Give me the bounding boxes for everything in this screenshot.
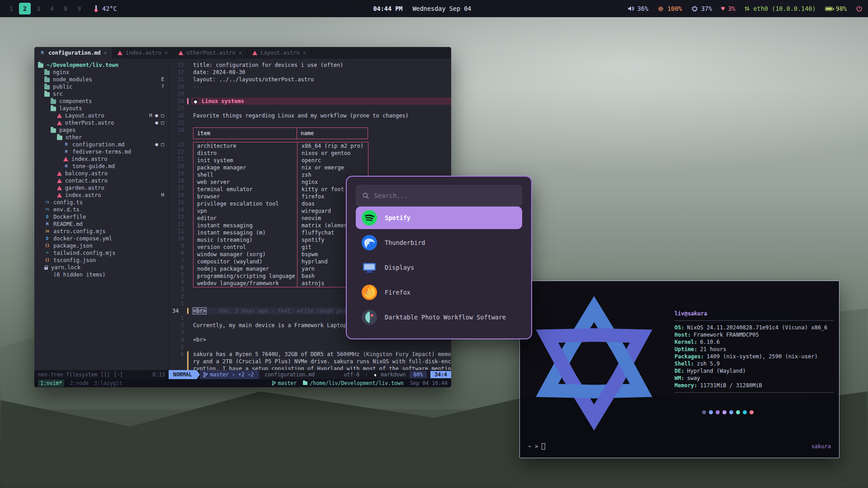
file-tree-item[interactable]: src	[34, 90, 168, 98]
workspace-button[interactable]: 2	[19, 3, 31, 14]
file-icon	[44, 78, 50, 82]
file-tree-item[interactable]: Layout.astro H ● □	[34, 112, 168, 119]
file-tree-item[interactable]: Dockerfile	[34, 213, 168, 221]
line-number: 26	[169, 112, 186, 119]
table-row: architecture x86_64 (rip m2 pro)	[193, 142, 368, 150]
file-tree-item[interactable]: README.md	[34, 221, 168, 228]
file-tree-item[interactable]: public ?	[34, 83, 168, 90]
file-tree-item[interactable]: layouts	[34, 105, 168, 112]
file-tree-item[interactable]: tone-guide.md	[34, 163, 168, 170]
volume-icon	[627, 5, 634, 12]
file-tree-item[interactable]: package.json	[34, 242, 168, 249]
palette-dot	[736, 410, 740, 414]
file-tree-item[interactable]: (6 hidden items)	[34, 271, 168, 278]
battery-module[interactable]: 98%	[825, 5, 847, 12]
close-icon[interactable]: ×	[165, 49, 168, 56]
file-tree-item[interactable]: otherPost.astro ● □	[34, 119, 168, 127]
editor-line[interactable]: ---	[191, 83, 451, 90]
cpu-module[interactable]: 100%	[657, 5, 682, 12]
close-icon[interactable]: ×	[239, 49, 242, 56]
editor-line[interactable]: Linux systems	[191, 98, 451, 105]
git-status-badge: E	[161, 76, 164, 83]
buffer-tab[interactable]: otherPost.astro ×	[174, 47, 248, 59]
file-tree-item[interactable]: tsconfig.json	[34, 257, 168, 264]
editor-line[interactable]: Favorite things regarding Linux and my w…	[191, 112, 451, 119]
sensor-module[interactable]: ♥ 3%	[721, 5, 735, 12]
tmux-window-label[interactable]: 3:lazygit	[94, 380, 122, 387]
temperature-module[interactable]: 42°C	[93, 5, 117, 12]
table-row: programming/scripting language bash	[193, 272, 368, 280]
file-icon	[63, 164, 69, 169]
table-row: editor neovim	[193, 215, 368, 222]
file-tree-item[interactable]: astro.config.mjs	[34, 228, 168, 235]
file-name: index.astro	[65, 192, 101, 199]
buffer-tab[interactable]: configuration.md ×	[34, 47, 113, 59]
close-icon[interactable]: ×	[104, 49, 107, 56]
workspace-button[interactable]: 8	[60, 3, 71, 14]
workspace-button[interactable]: 1	[5, 3, 17, 14]
file-tree-item[interactable]: fediverse-terms.md	[34, 148, 168, 155]
tmux-window-label[interactable]: 2:node	[70, 380, 89, 387]
editor-line[interactable]: date: 2024-08-30	[191, 69, 451, 76]
file-tree-item[interactable]: balcony.astro	[34, 170, 168, 177]
volume-module[interactable]: 36%	[627, 5, 648, 12]
search-icon	[362, 192, 369, 199]
clock-module[interactable]: 04:44 PM Wednesday Sep 04	[373, 0, 471, 17]
file-tree-item[interactable]: index.astro H	[34, 192, 168, 199]
search-input[interactable]	[374, 192, 516, 199]
editor-line[interactable]: title: configuration for devices i use (…	[191, 61, 451, 69]
file-icon	[57, 178, 62, 183]
file-tree-item[interactable]: tailwind.config.mjs	[34, 249, 168, 257]
launcher-item-darktable[interactable]: Darktable Photo Workflow Software	[356, 306, 522, 328]
file-tree-item[interactable]: node_modules E	[34, 76, 168, 83]
table-row: window manager (xorg) bspwm	[193, 251, 368, 258]
file-tree-item[interactable]: garden.astro	[34, 184, 168, 192]
os-penguin-icon	[373, 373, 377, 376]
table-cell-name: fluffychat	[297, 229, 334, 236]
buffer-tab[interactable]: Layout.astro ×	[247, 47, 311, 59]
line-number: 24	[169, 127, 186, 134]
line-number	[169, 358, 186, 365]
statusline-separator	[363, 371, 370, 378]
workspace-button[interactable]: 9	[73, 3, 85, 14]
file-tree-item[interactable]: other	[34, 134, 168, 141]
launcher-item-firefox[interactable]: Firefox	[356, 281, 522, 304]
table-header-cell: item	[193, 127, 297, 139]
file-tree-item[interactable]: config.ts	[34, 199, 168, 206]
file-tree-item[interactable]: pages	[34, 127, 168, 134]
file-tree-root[interactable]: ~/Development/liv.town	[34, 61, 168, 69]
shell-prompt[interactable]: ~ >	[528, 443, 545, 450]
network-module[interactable]: eth0 (10.0.0.140)	[744, 5, 816, 12]
launcher-item-displays[interactable]: Displays	[356, 256, 522, 279]
editor-line[interactable]	[191, 343, 451, 351]
workspace-button[interactable]: 3	[33, 3, 44, 14]
line-number: 18	[169, 177, 186, 184]
git-branch-label: master › +2 ~2	[210, 371, 254, 378]
table-cell-name: nginx	[297, 178, 318, 186]
file-tree-item[interactable]: components	[34, 98, 168, 105]
buffer-tab[interactable]: index.astro ×	[113, 47, 174, 59]
editor-line[interactable]: sakura has a Ryzen 5 7640U, 32GB of DDR5…	[191, 351, 451, 370]
file-tree-item[interactable]: index.astro	[34, 155, 168, 163]
launcher-item-spotify[interactable]: Spotify	[356, 206, 522, 229]
launcher-item-thunderbird[interactable]: Thunderbird	[356, 231, 522, 254]
workspace-button[interactable]: 4	[46, 3, 58, 14]
file-tree-item[interactable]: contact.astro	[34, 177, 168, 184]
file-tree-item[interactable]: yarn.lock	[34, 264, 168, 271]
file-tree-item[interactable]: env.d.ts	[34, 206, 168, 213]
file-icon	[44, 70, 50, 75]
line-number: 7	[169, 257, 186, 264]
close-icon[interactable]: ×	[303, 49, 306, 56]
tmux-window-label[interactable]: 1:nvim*	[38, 380, 64, 387]
editor-line[interactable]	[191, 119, 451, 127]
power-button[interactable]	[856, 5, 863, 12]
file-tree-item[interactable]: docker-compose.yml	[34, 235, 168, 242]
clock-date: Wednesday Sep 04	[412, 5, 471, 12]
editor-line[interactable]: layout: ../../layouts/otherPost.astro	[191, 76, 451, 83]
editor-line[interactable]	[191, 105, 451, 112]
memory-module[interactable]: 37%	[691, 5, 712, 12]
file-tree-item[interactable]: nginx	[34, 69, 168, 76]
editor-line[interactable]	[191, 90, 451, 98]
file-tree-item[interactable]: configuration.md ● □	[34, 141, 168, 148]
file-icon	[51, 107, 56, 111]
